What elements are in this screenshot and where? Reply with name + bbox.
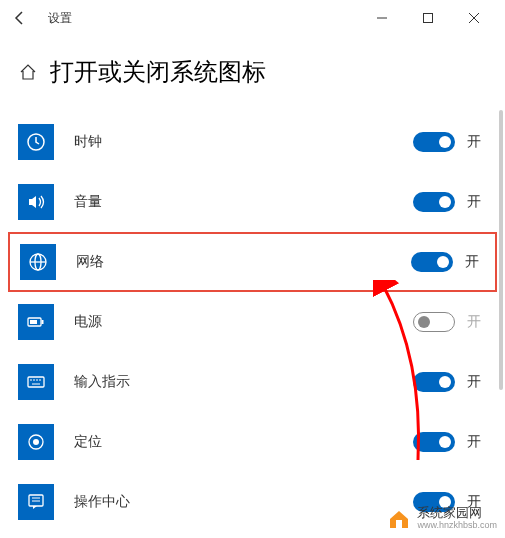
network-icon <box>20 244 56 280</box>
setting-label: 定位 <box>74 433 413 451</box>
action_center-icon <box>18 484 54 520</box>
maximize-button[interactable] <box>405 2 451 34</box>
power-icon <box>18 304 54 340</box>
setting-row-location: 定位开 <box>18 412 487 472</box>
toggle-clock[interactable] <box>413 132 455 152</box>
input-icon <box>18 364 54 400</box>
app-title: 设置 <box>48 10 72 27</box>
setting-label: 音量 <box>74 193 413 211</box>
toggle-input[interactable] <box>413 372 455 392</box>
toggle-state-label: 开 <box>467 433 487 451</box>
svg-rect-1 <box>424 14 433 23</box>
svg-rect-7 <box>42 320 44 324</box>
svg-rect-9 <box>28 377 44 387</box>
home-icon[interactable] <box>18 62 38 82</box>
watermark-name: 系统家园网 <box>417 506 497 520</box>
toggle-location[interactable] <box>413 432 455 452</box>
setting-row-input: 输入指示开 <box>18 352 487 412</box>
svg-rect-20 <box>396 520 402 528</box>
close-button[interactable] <box>451 2 497 34</box>
volume-icon <box>18 184 54 220</box>
setting-label: 网络 <box>76 253 411 271</box>
toggle-state-label: 开 <box>467 133 487 151</box>
toggle-power <box>413 312 455 332</box>
location-icon <box>18 424 54 460</box>
setting-label: 时钟 <box>74 133 413 151</box>
page-title: 打开或关闭系统图标 <box>50 56 266 88</box>
watermark-url: www.hnzkhbsb.com <box>417 520 497 530</box>
clock-icon <box>18 124 54 160</box>
toggle-state-label: 开 <box>467 373 487 391</box>
toggle-volume[interactable] <box>413 192 455 212</box>
svg-rect-8 <box>30 320 37 324</box>
setting-row-clock: 时钟开 <box>18 112 487 172</box>
watermark: 系统家园网 www.hnzkhbsb.com <box>387 506 497 530</box>
setting-row-power: 电源开 <box>18 292 487 352</box>
toggle-state-label: 开 <box>467 313 487 331</box>
back-button[interactable] <box>8 6 32 30</box>
toggle-state-label: 开 <box>467 193 487 211</box>
setting-label: 操作中心 <box>74 493 413 511</box>
setting-row-network: 网络开 <box>8 232 497 292</box>
toggle-state-label: 开 <box>465 253 485 271</box>
scrollbar[interactable] <box>499 110 503 390</box>
setting-label: 输入指示 <box>74 373 413 391</box>
setting-label: 电源 <box>74 313 413 331</box>
minimize-button[interactable] <box>359 2 405 34</box>
toggle-network[interactable] <box>411 252 453 272</box>
svg-point-16 <box>33 439 39 445</box>
watermark-logo-icon <box>387 506 411 530</box>
setting-row-volume: 音量开 <box>18 172 487 232</box>
